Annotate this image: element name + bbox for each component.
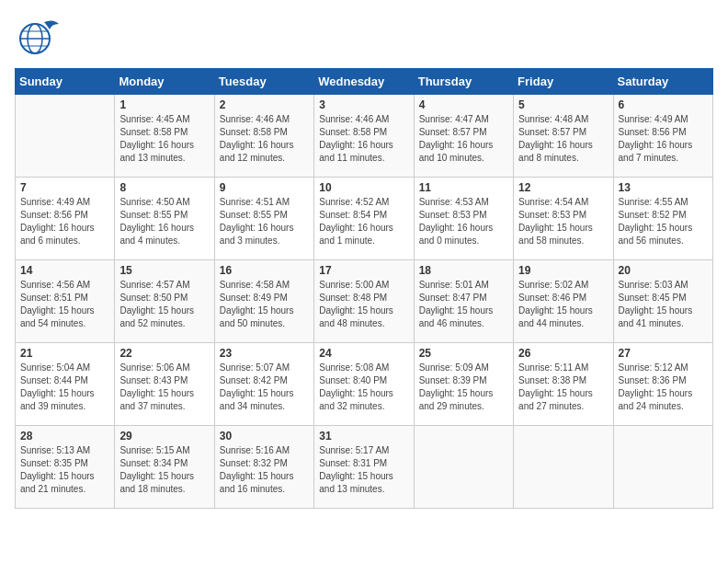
day-number: 17 [319,264,408,277]
calendar-week-4: 21Sunrise: 5:04 AM Sunset: 8:44 PM Dayli… [16,343,713,426]
cell-content: Sunrise: 4:52 AM Sunset: 8:54 PM Dayligh… [319,196,408,247]
calendar-cell: 31Sunrise: 5:17 AM Sunset: 8:31 PM Dayli… [314,426,414,509]
day-number: 4 [419,98,508,111]
calendar-cell: 27Sunrise: 5:12 AM Sunset: 8:36 PM Dayli… [613,343,712,426]
calendar-cell: 11Sunrise: 4:53 AM Sunset: 8:53 PM Dayli… [414,178,513,260]
cell-content: Sunrise: 4:47 AM Sunset: 8:57 PM Dayligh… [419,113,508,165]
header-sunday: Sunday [16,69,115,95]
calendar-week-2: 7Sunrise: 4:49 AM Sunset: 8:56 PM Daylig… [16,178,713,260]
calendar-week-5: 28Sunrise: 5:13 AM Sunset: 8:35 PM Dayli… [16,426,713,509]
header [15,15,713,59]
calendar-cell: 9Sunrise: 4:51 AM Sunset: 8:55 PM Daylig… [214,178,313,260]
calendar-cell: 24Sunrise: 5:08 AM Sunset: 8:40 PM Dayli… [314,343,414,426]
logo-icon [15,15,63,59]
cell-content: Sunrise: 5:12 AM Sunset: 8:36 PM Dayligh… [619,362,708,413]
cell-content: Sunrise: 5:15 AM Sunset: 8:34 PM Dayligh… [119,444,209,496]
calendar-cell: 10Sunrise: 4:52 AM Sunset: 8:54 PM Dayli… [314,178,414,260]
day-number: 3 [319,98,408,111]
header-friday: Friday [514,69,613,95]
calendar-cell [16,95,115,178]
cell-content: Sunrise: 5:06 AM Sunset: 8:43 PM Dayligh… [119,362,209,413]
cell-content: Sunrise: 5:00 AM Sunset: 8:48 PM Dayligh… [319,279,408,330]
day-number: 16 [220,264,309,277]
day-number: 11 [419,181,508,194]
day-number: 23 [220,347,309,360]
day-number: 8 [119,181,209,194]
cell-content: Sunrise: 4:45 AM Sunset: 8:58 PM Dayligh… [119,113,209,165]
day-number: 31 [319,430,408,442]
cell-content: Sunrise: 5:13 AM Sunset: 8:35 PM Dayligh… [20,444,109,496]
cell-content: Sunrise: 5:01 AM Sunset: 8:47 PM Dayligh… [419,279,508,330]
day-number: 13 [619,181,708,194]
cell-content: Sunrise: 4:55 AM Sunset: 8:52 PM Dayligh… [619,196,708,247]
calendar-cell: 12Sunrise: 4:54 AM Sunset: 8:53 PM Dayli… [514,178,613,260]
day-number: 25 [419,347,508,360]
calendar-cell: 25Sunrise: 5:09 AM Sunset: 8:39 PM Dayli… [414,343,513,426]
calendar-cell: 3Sunrise: 4:46 AM Sunset: 8:58 PM Daylig… [314,95,414,178]
header-saturday: Saturday [613,69,712,95]
calendar-cell: 21Sunrise: 5:04 AM Sunset: 8:44 PM Dayli… [16,343,115,426]
calendar-cell: 18Sunrise: 5:01 AM Sunset: 8:47 PM Dayli… [414,260,513,343]
cell-content: Sunrise: 5:09 AM Sunset: 8:39 PM Dayligh… [419,362,508,413]
calendar-week-3: 14Sunrise: 4:56 AM Sunset: 8:51 PM Dayli… [16,260,713,343]
day-number: 6 [619,98,708,111]
cell-content: Sunrise: 4:46 AM Sunset: 8:58 PM Dayligh… [319,113,408,165]
header-thursday: Thursday [414,69,513,95]
calendar-week-1: 1Sunrise: 4:45 AM Sunset: 8:58 PM Daylig… [16,95,713,178]
calendar-cell: 29Sunrise: 5:15 AM Sunset: 8:34 PM Dayli… [115,426,214,509]
calendar-cell [514,426,613,509]
cell-content: Sunrise: 5:16 AM Sunset: 8:32 PM Dayligh… [220,444,309,496]
calendar-table: SundayMondayTuesdayWednesdayThursdayFrid… [15,68,713,509]
calendar-cell: 5Sunrise: 4:48 AM Sunset: 8:57 PM Daylig… [514,95,613,178]
day-number: 29 [119,430,209,442]
day-number: 2 [220,98,309,111]
calendar-cell: 30Sunrise: 5:16 AM Sunset: 8:32 PM Dayli… [214,426,313,509]
calendar-cell: 4Sunrise: 4:47 AM Sunset: 8:57 PM Daylig… [414,95,513,178]
cell-content: Sunrise: 5:03 AM Sunset: 8:45 PM Dayligh… [619,279,708,330]
cell-content: Sunrise: 5:04 AM Sunset: 8:44 PM Dayligh… [20,362,109,413]
calendar-cell [414,426,513,509]
calendar-cell: 17Sunrise: 5:00 AM Sunset: 8:48 PM Dayli… [314,260,414,343]
day-number: 24 [319,347,408,360]
calendar-cell: 8Sunrise: 4:50 AM Sunset: 8:55 PM Daylig… [115,178,214,260]
day-number: 10 [319,181,408,194]
calendar-cell: 20Sunrise: 5:03 AM Sunset: 8:45 PM Dayli… [613,260,712,343]
calendar-cell: 23Sunrise: 5:07 AM Sunset: 8:42 PM Dayli… [214,343,313,426]
calendar-cell: 7Sunrise: 4:49 AM Sunset: 8:56 PM Daylig… [16,178,115,260]
logo [15,15,66,59]
cell-content: Sunrise: 5:02 AM Sunset: 8:46 PM Dayligh… [518,279,608,330]
cell-content: Sunrise: 5:08 AM Sunset: 8:40 PM Dayligh… [319,362,408,413]
day-number: 14 [20,264,109,277]
day-number: 7 [20,181,109,194]
cell-content: Sunrise: 4:56 AM Sunset: 8:51 PM Dayligh… [20,279,109,330]
cell-content: Sunrise: 4:50 AM Sunset: 8:55 PM Dayligh… [119,196,209,247]
calendar-header-row: SundayMondayTuesdayWednesdayThursdayFrid… [16,69,713,95]
logo-graphic [15,15,63,59]
calendar-cell: 15Sunrise: 4:57 AM Sunset: 8:50 PM Dayli… [115,260,214,343]
calendar-cell: 26Sunrise: 5:11 AM Sunset: 8:38 PM Dayli… [514,343,613,426]
cell-content: Sunrise: 4:48 AM Sunset: 8:57 PM Dayligh… [518,113,608,165]
cell-content: Sunrise: 5:07 AM Sunset: 8:42 PM Dayligh… [220,362,309,413]
cell-content: Sunrise: 4:49 AM Sunset: 8:56 PM Dayligh… [20,196,109,247]
calendar-cell: 1Sunrise: 4:45 AM Sunset: 8:58 PM Daylig… [115,95,214,178]
calendar-cell: 19Sunrise: 5:02 AM Sunset: 8:46 PM Dayli… [514,260,613,343]
day-number: 1 [119,98,209,111]
calendar-cell: 13Sunrise: 4:55 AM Sunset: 8:52 PM Dayli… [613,178,712,260]
cell-content: Sunrise: 4:53 AM Sunset: 8:53 PM Dayligh… [419,196,508,247]
calendar-cell: 6Sunrise: 4:49 AM Sunset: 8:56 PM Daylig… [613,95,712,178]
day-number: 20 [619,264,708,277]
day-number: 30 [220,430,309,442]
day-number: 27 [619,347,708,360]
cell-content: Sunrise: 4:58 AM Sunset: 8:49 PM Dayligh… [220,279,309,330]
calendar-cell [613,426,712,509]
cell-content: Sunrise: 4:54 AM Sunset: 8:53 PM Dayligh… [518,196,608,247]
day-number: 26 [518,347,608,360]
calendar-cell: 16Sunrise: 4:58 AM Sunset: 8:49 PM Dayli… [214,260,313,343]
day-number: 28 [20,430,109,442]
day-number: 18 [419,264,508,277]
day-number: 19 [518,264,608,277]
cell-content: Sunrise: 4:46 AM Sunset: 8:58 PM Dayligh… [220,113,309,165]
day-number: 9 [220,181,309,194]
cell-content: Sunrise: 5:17 AM Sunset: 8:31 PM Dayligh… [319,444,408,496]
day-number: 5 [518,98,608,111]
